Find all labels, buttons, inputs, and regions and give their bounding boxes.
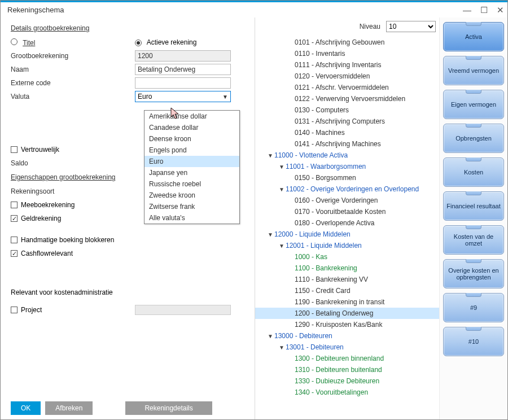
externe-code-label: Externe code	[11, 79, 135, 87]
valuta-value: Euro	[138, 93, 152, 100]
geldrekening-label: Geldrekening	[21, 215, 61, 222]
tree-node[interactable]: ▼11001 - Waarborgsommen	[255, 161, 439, 172]
category-tabs: ActivaVreemd vermogenEigen vermogenOpbre…	[440, 18, 507, 419]
expand-icon[interactable]: ▼	[266, 231, 274, 238]
account-tree[interactable]: 0101 - Afschrijving Gebouwen0110 - Inven…	[255, 36, 439, 417]
tree-node-label: 1310 - Debiteuren buitenland	[295, 366, 382, 374]
maximize-icon[interactable]: ☐	[480, 5, 488, 15]
tree-node[interactable]: 0120 - Vervoersmiddelen	[255, 71, 439, 82]
handmatige-boeking-label: Handmatige boeking blokkeren	[21, 236, 114, 244]
naam-input[interactable]	[135, 64, 231, 75]
tree-node-label: 0111 - Afschrijving Inventaris	[295, 61, 381, 69]
valuta-option[interactable]: Zweedse kroon	[144, 190, 239, 201]
cancel-button[interactable]: Afbreken	[45, 401, 93, 415]
expand-icon[interactable]: ▼	[278, 186, 286, 193]
valuta-option[interactable]: Amerikaanse dollar	[144, 111, 239, 122]
valuta-dropdown-list[interactable]: Amerikaanse dollarCanadese dollarDeense …	[144, 110, 240, 224]
tree-node[interactable]: 0140 - Machines	[255, 127, 439, 138]
category-tab[interactable]: #9	[443, 293, 504, 322]
category-tab[interactable]: Vreemd vermogen	[443, 56, 504, 85]
tree-node-label: 0121 - Afschr. Vervoermiddelen	[295, 84, 389, 91]
expand-icon[interactable]: ▼	[266, 152, 274, 159]
valuta-option[interactable]: Engels pond	[144, 145, 239, 156]
tree-node[interactable]: 1200 - Betaling Onderweg	[255, 308, 439, 319]
expand-icon[interactable]: ▼	[278, 243, 286, 249]
category-tab[interactable]: Kosten	[443, 158, 504, 187]
section-details-header: Details grootboekrekening	[11, 24, 248, 32]
tree-node-label: 1340 - Vooruitbetalingen	[295, 388, 368, 396]
tree-node[interactable]: 0122 - Verwerving Vervoersmiddelen	[255, 93, 439, 104]
radio-titel[interactable]	[11, 38, 17, 45]
details-form: Details grootboekrekening Titel Actieve …	[1, 18, 255, 419]
radio-actieve[interactable]	[135, 40, 142, 46]
category-tab[interactable]: Activa	[443, 22, 504, 51]
check-meeboekrekening[interactable]	[11, 202, 17, 208]
relevant-header: Relevant voor kostenadministratie	[11, 288, 248, 296]
tree-node[interactable]: 1310 - Debiteuren buitenland	[255, 364, 439, 375]
valuta-option[interactable]: Russische roebel	[144, 178, 239, 190]
category-tab[interactable]: Financieel resultaat	[443, 191, 504, 221]
close-icon[interactable]: ✕	[497, 5, 504, 15]
valuta-option[interactable]: Euro	[144, 156, 239, 167]
valuta-dropdown[interactable]: Euro ▼	[135, 91, 231, 102]
expand-icon[interactable]: ▼	[278, 164, 286, 170]
tree-node[interactable]: 0130 - Computers	[255, 104, 439, 116]
rekeningdetails-button[interactable]: Rekeningdetails	[125, 401, 212, 415]
expand-icon[interactable]: ▼	[278, 344, 286, 351]
grootboekrekening-input[interactable]	[135, 50, 231, 62]
valuta-option[interactable]: Canadese dollar	[144, 122, 239, 133]
externe-code-input[interactable]	[135, 77, 231, 89]
tree-node[interactable]: 1110 - Bankrekening VV	[255, 274, 439, 285]
tree-node[interactable]: 1290 - Kruisposten Kas/Bank	[255, 319, 439, 330]
tree-node[interactable]: ▼13001 - Debiteuren	[255, 342, 439, 353]
tree-node[interactable]: ▼12000 - Liquide Middelen	[255, 229, 439, 240]
expand-icon[interactable]: ▼	[266, 333, 274, 339]
tree-node-label: 13000 - Debiteuren	[274, 332, 332, 340]
category-tab[interactable]: Kosten van de omzet	[443, 225, 504, 255]
ok-button[interactable]: OK	[11, 401, 41, 415]
radio-titel-label: Titel	[23, 39, 35, 47]
tree-node[interactable]: 1000 - Kas	[255, 251, 439, 262]
category-tab[interactable]: Overige kosten en opbrengsten	[443, 259, 504, 288]
tree-node-label: 0110 - Inventaris	[295, 50, 345, 58]
tree-node-label: 11002 - Overige Vorderingen en Overlopen…	[286, 185, 419, 193]
check-geldrekening[interactable]	[11, 215, 17, 222]
tree-node[interactable]: ▼13000 - Debiteuren	[255, 330, 439, 342]
tree-node[interactable]: 0180 - Overlopende Activa	[255, 217, 439, 229]
tree-node[interactable]: 0141 - Afschrijving Machines	[255, 138, 439, 150]
niveau-select[interactable]: 10	[386, 21, 436, 32]
chevron-down-icon: ▼	[222, 94, 228, 100]
tree-node[interactable]: 0160 - Overige Vorderingen	[255, 195, 439, 206]
tree-node[interactable]: 1340 - Vooruitbetalingen	[255, 387, 439, 398]
check-project[interactable]	[11, 307, 17, 313]
check-handmatige-boeking[interactable]	[11, 237, 17, 243]
category-tab[interactable]: Eigen vermogen	[443, 90, 504, 119]
tree-node[interactable]: ▼12001 - Liquide Middelen	[255, 240, 439, 251]
tree-node[interactable]: 0150 - Borgsommen	[255, 172, 439, 183]
category-tab[interactable]: Opbrengsten	[443, 124, 504, 153]
tree-node[interactable]: 0111 - Afschrijving Inventaris	[255, 59, 439, 71]
tree-node[interactable]: 0121 - Afschr. Vervoermiddelen	[255, 82, 439, 93]
tree-node[interactable]: 0170 - Vooruitbetaalde Kosten	[255, 206, 439, 217]
tree-node[interactable]: ▼11000 - Vlottende Activa	[255, 150, 439, 161]
tree-node[interactable]: 1330 - Dubieuze Debiteuren	[255, 375, 439, 387]
tree-node[interactable]: 1300 - Debiteuren binnenland	[255, 353, 439, 364]
check-vertrouwelijk[interactable]	[11, 146, 17, 153]
valuta-option[interactable]: Alle valuta's	[144, 212, 239, 224]
valuta-option[interactable]: Japanse yen	[144, 167, 239, 178]
tree-node[interactable]: 0110 - Inventaris	[255, 48, 439, 59]
valuta-option[interactable]: Deense kroon	[144, 133, 239, 145]
tree-node[interactable]: 0101 - Afschrijving Gebouwen	[255, 37, 439, 48]
tree-node[interactable]: 1100 - Bankrekening	[255, 262, 439, 274]
tree-node[interactable]: 0131 - Afschrijving Computers	[255, 116, 439, 127]
tree-node-label: 11001 - Waarborgsommen	[286, 163, 366, 170]
check-cashflowrelevant[interactable]	[11, 250, 17, 257]
valuta-option[interactable]: Zwitserse frank	[144, 201, 239, 212]
tree-node[interactable]: ▼11002 - Overige Vorderingen en Overlope…	[255, 183, 439, 195]
minimize-icon[interactable]: —	[463, 5, 471, 15]
naam-label: Naam	[11, 65, 135, 73]
tree-node[interactable]: 1190 - Bankrekening in transit	[255, 296, 439, 308]
category-tab[interactable]: #10	[443, 327, 504, 356]
tree-node-label: 0141 - Afschrijving Machines	[295, 140, 381, 148]
tree-node[interactable]: 1150 - Credit Card	[255, 285, 439, 296]
